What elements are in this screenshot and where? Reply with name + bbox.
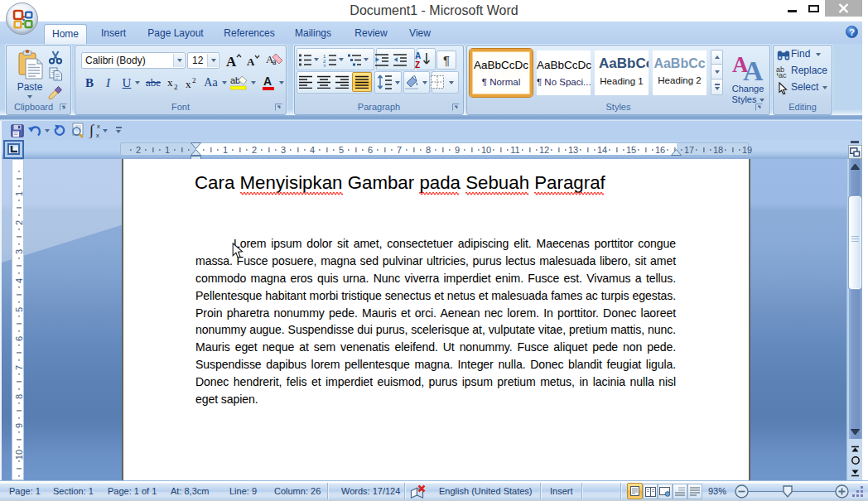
svg-text:A: A	[743, 55, 764, 82]
svg-text:ac: ac	[779, 71, 787, 78]
svg-text:∫: ∫	[89, 122, 94, 138]
svg-text:x: x	[96, 132, 99, 138]
svg-text:A: A	[415, 51, 421, 60]
svg-text:A: A	[226, 54, 237, 68]
svg-text:2: 2	[192, 77, 196, 84]
svg-text:3: 3	[323, 64, 326, 68]
svg-text:A: A	[263, 75, 272, 88]
svg-text:x: x	[97, 123, 100, 130]
svg-text:x: x	[186, 78, 191, 89]
svg-text:Z: Z	[415, 60, 420, 69]
svg-text:x: x	[167, 77, 173, 89]
svg-text:2: 2	[174, 83, 178, 89]
svg-text:A: A	[247, 55, 255, 68]
